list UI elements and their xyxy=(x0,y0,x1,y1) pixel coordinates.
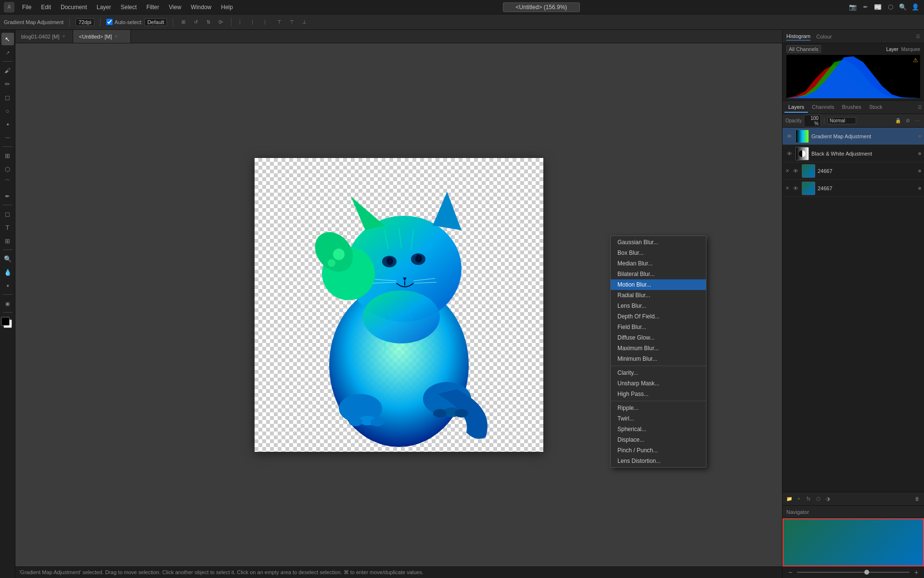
layer-vis-24667-2[interactable]: 👁 xyxy=(792,184,799,192)
tab-stock[interactable]: Stock xyxy=(865,102,886,113)
menu-help[interactable]: Help xyxy=(219,3,235,12)
move-tool[interactable]: ↖ xyxy=(1,33,14,45)
layer-vis-gradient-map[interactable]: 👁 xyxy=(785,132,793,140)
channel-select[interactable]: All Channels xyxy=(786,45,821,53)
menu-window[interactable]: Window xyxy=(189,3,214,12)
align-top[interactable]: ⊤ xyxy=(275,18,283,26)
tab-brushes[interactable]: Brushes xyxy=(838,102,865,113)
smudge-tool[interactable]: 〰 xyxy=(1,131,14,144)
navigator-zoom-bar: − + xyxy=(783,566,924,578)
tab-histogram[interactable]: Histogram xyxy=(786,32,810,40)
svg-point-25 xyxy=(455,409,468,418)
canvas-viewport[interactable] xyxy=(15,43,782,566)
zoom-slider[interactable] xyxy=(797,572,910,573)
layer-dot-1 xyxy=(918,152,921,155)
layer-row-gradient-map[interactable]: 👁 Gradient Map Adjustment xyxy=(783,128,924,145)
opacity-value[interactable]: 100 % xyxy=(804,115,821,127)
text-tool[interactable]: T xyxy=(1,221,14,234)
align-right[interactable]: ⎸ xyxy=(262,18,271,26)
layer-vis-24667-1[interactable]: 👁 xyxy=(792,167,799,175)
auto-select-checkbox[interactable] xyxy=(106,19,113,25)
clone-tool[interactable]: ✦ xyxy=(1,118,14,131)
svg-point-21 xyxy=(349,418,362,426)
add-group-icon[interactable]: 📁 xyxy=(785,495,793,503)
sample-tool[interactable]: ✦ xyxy=(1,279,14,292)
zoom-out-btn[interactable]: − xyxy=(786,568,794,576)
dpi-value[interactable]: 72dpi xyxy=(76,18,94,26)
warp-icon[interactable]: ⌱ xyxy=(217,18,225,26)
status-bar: 'Gradient Map Adjustment' selected. Drag… xyxy=(15,566,782,578)
pen-tool[interactable]: ✒ xyxy=(1,190,14,202)
fg-color-swatch[interactable] xyxy=(1,317,10,326)
tab-blog-close[interactable]: × xyxy=(63,34,65,39)
transform-icon[interactable]: ⊞ xyxy=(179,18,188,26)
layer-vis-bw[interactable]: 👁 xyxy=(785,150,793,158)
menu-select[interactable]: Select xyxy=(119,3,139,12)
brush-tool[interactable]: 🖌 xyxy=(1,64,14,77)
selection-tool[interactable]: ⬡ xyxy=(1,163,14,175)
align-middle[interactable]: ⊤ xyxy=(287,18,296,26)
layer-row-24667-2[interactable]: ✕ 👁 24667 xyxy=(783,180,924,197)
tab-blog[interactable]: blog01-0402 [M] × xyxy=(15,30,73,43)
zoom-tool[interactable]: 🔍 xyxy=(1,252,14,265)
svg-point-10 xyxy=(386,257,393,265)
tab-untitled-close[interactable]: × xyxy=(115,34,117,39)
layer-row-bw[interactable]: 👁 Black & White Adjustment xyxy=(783,145,924,162)
auto-select-value[interactable]: Default xyxy=(144,18,167,26)
persona-designer[interactable]: ✒ xyxy=(860,2,870,12)
add-layer-icon[interactable]: + xyxy=(795,495,803,503)
menu-filter[interactable]: Filter xyxy=(144,3,161,12)
freehand-tool[interactable]: ⌒ xyxy=(1,176,14,189)
rotate-icon[interactable]: ↺ xyxy=(192,18,200,26)
erase-tool[interactable]: ◻ xyxy=(1,91,14,104)
delete-layer-icon[interactable]: 🗑 xyxy=(913,495,921,503)
layer-expand-icon-2[interactable]: ✕ xyxy=(785,185,789,191)
layer-more-icon[interactable]: ⋯ xyxy=(913,117,921,125)
tab-untitled[interactable]: <Untitled> [M] × xyxy=(73,30,131,43)
bw-circle xyxy=(799,150,806,157)
dodge-tool[interactable]: ○ xyxy=(1,105,14,117)
menu-file[interactable]: File xyxy=(20,3,33,12)
crop-tool[interactable]: ⊞ xyxy=(1,149,14,162)
zoom-btn[interactable]: 🔍 xyxy=(898,2,908,12)
table-tool[interactable]: ⊞ xyxy=(1,235,14,247)
menu-layer[interactable]: Layer xyxy=(95,3,113,12)
persona-photo[interactable]: 📷 xyxy=(848,2,858,12)
adjustment-icon[interactable]: ◑ xyxy=(824,495,832,503)
zoom-slider-thumb[interactable] xyxy=(864,570,869,575)
layers-menu-btn[interactable]: ☰ xyxy=(918,105,922,110)
tab-channels[interactable]: Channels xyxy=(808,102,838,113)
align-left[interactable]: ⎸ xyxy=(237,18,246,26)
layer-row-24667-1[interactable]: ✕ 👁 24667 xyxy=(783,162,924,180)
node-tool[interactable]: ↗ xyxy=(1,46,14,59)
layers-toolbar: Opacity 100 % Normal 🔒 ⚙ ⋯ xyxy=(783,114,924,128)
menu-document[interactable]: Document xyxy=(59,3,89,12)
gradient-tool[interactable]: ▣ xyxy=(1,297,14,310)
hist-tab-layer[interactable]: Layer xyxy=(886,47,898,52)
menu-view[interactable]: View xyxy=(167,3,183,12)
document-title[interactable]: <Untitled> (156.9%) xyxy=(503,2,580,12)
mask-icon[interactable]: ⬡ xyxy=(814,495,822,503)
layer-lock-icon[interactable]: 🔒 xyxy=(894,117,902,125)
menu-edit[interactable]: Edit xyxy=(39,3,53,12)
tab-colour[interactable]: Colour xyxy=(816,33,832,40)
color-picker-tool[interactable]: 💧 xyxy=(1,266,14,278)
view-mode[interactable]: ⬡ xyxy=(886,2,895,12)
hist-tab-marquee[interactable]: Marquee xyxy=(901,47,920,52)
shape-tool[interactable]: ◻ xyxy=(1,208,14,220)
layer-settings-icon[interactable]: ⚙ xyxy=(904,117,911,125)
color-swatches[interactable] xyxy=(1,317,14,330)
persona-publish[interactable]: 📰 xyxy=(873,2,883,12)
histogram-menu[interactable]: ☰ xyxy=(916,34,920,39)
zoom-in-btn[interactable]: + xyxy=(912,568,920,576)
user-icon[interactable]: 👤 xyxy=(911,2,920,12)
paint-tool[interactable]: ✏ xyxy=(1,78,14,90)
align-center[interactable]: ⎸ xyxy=(250,18,258,26)
blend-mode-selector[interactable]: Normal xyxy=(827,117,856,124)
flip-icon[interactable]: ⇅ xyxy=(204,18,213,26)
navigator-tab-label[interactable]: Navigator xyxy=(786,509,809,515)
layer-expand-icon-1[interactable]: ✕ xyxy=(785,168,789,173)
tab-layers[interactable]: Layers xyxy=(784,102,808,113)
fx-icon[interactable]: fx xyxy=(805,495,812,503)
align-bottom[interactable]: ⊥ xyxy=(300,18,308,26)
